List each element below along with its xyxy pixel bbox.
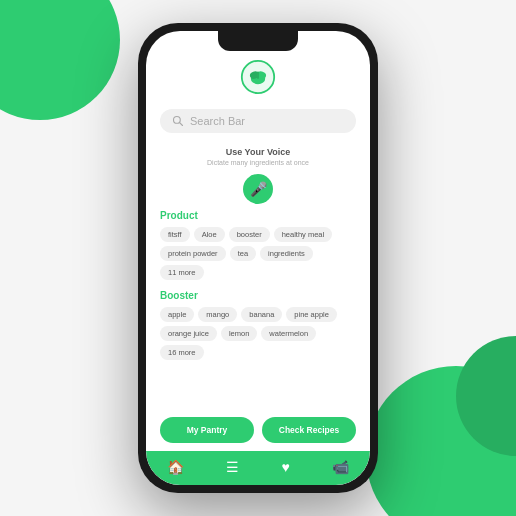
tag-orange-juice[interactable]: orange juice xyxy=(160,326,217,341)
heart-icon: ♥ xyxy=(281,459,289,475)
home-icon: 🏠 xyxy=(167,459,184,475)
tag-protein-powder[interactable]: protein powder xyxy=(160,246,226,261)
search-bar[interactable]: Search Bar xyxy=(160,109,356,133)
phone-notch xyxy=(218,31,298,51)
tag-watermelon[interactable]: watermelon xyxy=(261,326,316,341)
tag-aloe[interactable]: Aloe xyxy=(194,227,225,242)
microphone-icon: 🎤 xyxy=(250,181,267,197)
tag-booster[interactable]: booster xyxy=(229,227,270,242)
bg-circle-topleft xyxy=(0,0,120,120)
tag-healthy-meal[interactable]: healthy meal xyxy=(274,227,333,242)
voice-button[interactable]: 🎤 xyxy=(243,174,273,204)
search-placeholder: Search Bar xyxy=(190,115,245,127)
voice-subtitle: Dictate many ingredients at once xyxy=(207,159,309,166)
check-recipes-button[interactable]: Check Recipes xyxy=(262,417,356,443)
product-section-title: Product xyxy=(160,210,356,221)
tag-more-booster[interactable]: 16 more xyxy=(160,345,204,360)
product-section: Product fitsff Aloe booster healthy meal… xyxy=(160,210,356,280)
bottom-nav: 🏠 ☰ ♥ 📹 xyxy=(146,451,370,485)
tag-more-product[interactable]: 11 more xyxy=(160,265,204,280)
my-pantry-button[interactable]: My Pantry xyxy=(160,417,254,443)
tag-banana[interactable]: banana xyxy=(241,307,282,322)
screen-content: Search Bar Use Your Voice Dictate many i… xyxy=(146,31,370,485)
booster-section-title: Booster xyxy=(160,290,356,301)
video-icon: 📹 xyxy=(332,459,349,475)
menu-icon: ☰ xyxy=(226,459,239,475)
phone-screen: Search Bar Use Your Voice Dictate many i… xyxy=(146,31,370,485)
tag-fitsff[interactable]: fitsff xyxy=(160,227,190,242)
tag-pine-apple[interactable]: pine apple xyxy=(286,307,337,322)
nav-home[interactable]: 🏠 xyxy=(167,459,184,475)
search-icon xyxy=(172,115,184,127)
bottom-buttons: My Pantry Check Recipes xyxy=(146,409,370,451)
scroll-area: Product fitsff Aloe booster healthy meal… xyxy=(146,210,370,409)
tag-apple[interactable]: apple xyxy=(160,307,194,322)
app-logo xyxy=(240,59,276,95)
phone-frame: Search Bar Use Your Voice Dictate many i… xyxy=(138,23,378,493)
voice-section: Use Your Voice Dictate many ingredients … xyxy=(146,139,370,210)
nav-video[interactable]: 📹 xyxy=(332,459,349,475)
tag-tea[interactable]: tea xyxy=(230,246,256,261)
nav-menu[interactable]: ☰ xyxy=(226,459,239,475)
voice-title: Use Your Voice xyxy=(226,147,291,157)
booster-tags-row: apple mango banana pine apple orange jui… xyxy=(160,307,356,360)
booster-section: Booster apple mango banana pine apple or… xyxy=(160,290,356,360)
svg-line-6 xyxy=(180,123,183,126)
svg-rect-4 xyxy=(257,72,259,79)
tag-lemon[interactable]: lemon xyxy=(221,326,257,341)
nav-favorites[interactable]: ♥ xyxy=(281,459,289,475)
product-tags-row: fitsff Aloe booster healthy meal protein… xyxy=(160,227,356,280)
tag-mango[interactable]: mango xyxy=(198,307,237,322)
tag-ingredients[interactable]: ingredients xyxy=(260,246,313,261)
